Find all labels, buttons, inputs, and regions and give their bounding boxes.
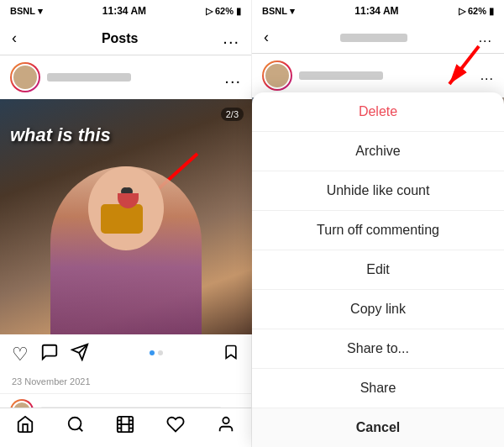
back-button-left[interactable]: ‹ [12, 29, 17, 47]
username-right-area [269, 34, 479, 42]
share-button-left[interactable] [71, 343, 89, 366]
battery-percent-right: 62% [468, 6, 486, 16]
svg-line-5 [79, 428, 82, 431]
menu-unhide[interactable]: Unhide like count [252, 171, 504, 211]
user-info-left [47, 73, 218, 82]
avatar-left[interactable] [10, 62, 40, 92]
username-right-blur [340, 34, 407, 42]
battery-info-left: ▷ 62% ▮ [206, 6, 241, 17]
menu-cancel[interactable]: Cancel [252, 408, 504, 447]
menu-edit[interactable]: Edit [252, 250, 504, 290]
status-bar-left: BSNL ▾ 11:34 AM ▷ 62% ▮ [0, 0, 251, 22]
time-right: 11:34 AM [354, 5, 398, 17]
menu-copy[interactable]: Copy link [252, 290, 504, 329]
avatar-right[interactable] [262, 60, 292, 91]
battery-info-right: ▷ 62% ▮ [459, 6, 494, 17]
carrier-info-right: BSNL ▾ [262, 6, 295, 17]
post-image-left: what is this 2/3 [0, 99, 252, 334]
battery-icon: ▮ [236, 6, 241, 17]
post-actions-left: ♡ [0, 334, 251, 375]
battery-percent-left: 62% [215, 6, 234, 16]
dot-2 [158, 350, 163, 355]
menu-commenting[interactable]: Turn off commenting [252, 211, 504, 250]
bookmark-button-left[interactable] [223, 343, 239, 366]
wifi-icon: ▾ [38, 6, 43, 17]
svg-point-4 [68, 418, 81, 430]
character-phone [101, 204, 143, 234]
menu-share-to[interactable]: Share to... [252, 329, 504, 369]
time-left: 11:34 AM [102, 5, 146, 17]
post-image-text: what is this [10, 124, 111, 146]
red-arrow-right [433, 42, 491, 96]
reels-nav-button[interactable] [116, 415, 134, 439]
post-counter-left: 2/3 [221, 108, 244, 121]
carrier-info: BSNL ▾ [10, 6, 43, 17]
action-left-group: ♡ [12, 343, 89, 366]
heart-nav-button[interactable] [166, 415, 185, 439]
profile-nav-button[interactable] [217, 415, 235, 439]
image-dots [150, 350, 163, 359]
nav-title-left: Posts [102, 31, 139, 46]
carrier-name-right: BSNL [262, 6, 287, 16]
menu-delete[interactable]: Delete [252, 92, 504, 132]
wifi-icon-right: ▾ [290, 6, 295, 17]
bottom-nav-left [0, 408, 251, 447]
home-nav-button[interactable] [16, 415, 34, 439]
status-bar-right: BSNL ▾ 11:34 AM ▷ 62% ▮ [252, 0, 504, 22]
comment-button-left[interactable] [40, 343, 59, 366]
avatar-image-left [12, 64, 39, 91]
username-left [47, 73, 131, 82]
more-options-left[interactable]: ... [223, 29, 239, 48]
search-nav-button[interactable] [66, 415, 85, 439]
left-panel: BSNL ▾ 11:34 AM ▷ 62% ▮ ‹ Posts ... ... … [0, 0, 252, 447]
svg-point-14 [223, 418, 228, 423]
dot-1 [150, 350, 155, 355]
svg-line-16 [449, 46, 479, 84]
signal-icon-right: ▷ [459, 6, 465, 17]
like-button-left[interactable]: ♡ [12, 344, 29, 365]
context-menu: Delete Archive Unhide like count Turn of… [252, 92, 504, 447]
carrier-name: BSNL [10, 6, 35, 16]
post-dots-left[interactable]: ... [224, 68, 241, 87]
right-panel: BSNL ▾ 11:34 AM ▷ 62% ▮ ‹ ... ... 2/3 [252, 0, 504, 447]
arrow-svg-right [433, 42, 491, 92]
post-date-left: 23 November 2021 [0, 375, 251, 393]
post-header-left: ... [0, 55, 251, 99]
top-nav-left: ‹ Posts ... [0, 22, 251, 55]
signal-icon: ▷ [206, 6, 213, 17]
menu-archive[interactable]: Archive [252, 132, 504, 171]
avatar-image-right [264, 62, 291, 89]
battery-icon-right: ▮ [489, 6, 494, 17]
menu-share[interactable]: Share [252, 369, 504, 408]
username-right [299, 71, 383, 80]
